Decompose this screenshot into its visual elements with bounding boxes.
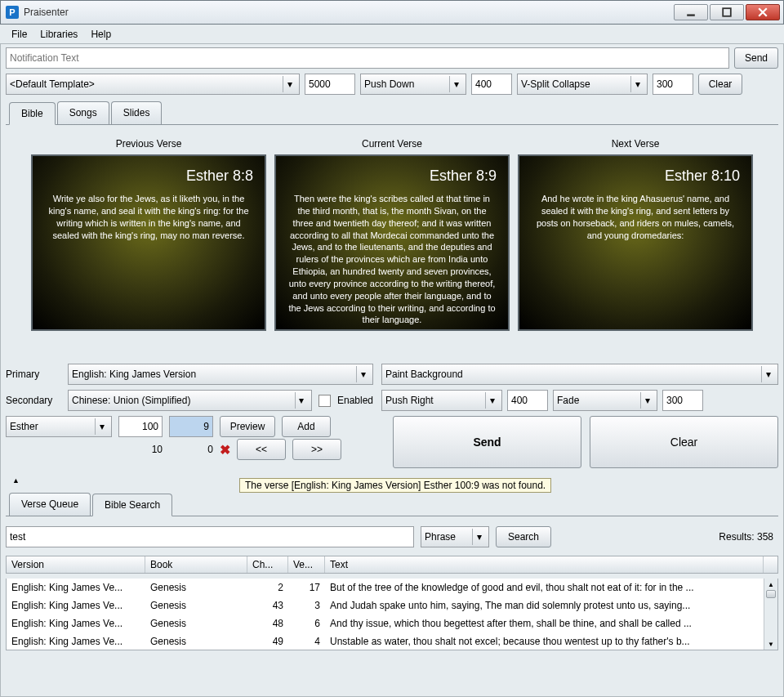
menubar: File Libraries Help bbox=[0, 25, 784, 44]
prev-verse-button[interactable]: << bbox=[237, 439, 286, 460]
tab-bible[interactable]: Bible bbox=[9, 102, 56, 125]
search-type-select[interactable]: Phrase▾ bbox=[421, 526, 489, 547]
add-button[interactable]: Add bbox=[282, 416, 331, 437]
main-tabs: Bible Songs Slides bbox=[6, 101, 778, 125]
tab-slides[interactable]: Slides bbox=[111, 101, 163, 124]
results-count: Results: 358 bbox=[719, 531, 778, 543]
slide-transition-ms[interactable] bbox=[507, 390, 548, 411]
transition-in-select[interactable]: Push Down▾ bbox=[360, 74, 466, 95]
next-slide: Esther 8:10 And he wrote in the king Aha… bbox=[518, 154, 753, 331]
tab-songs[interactable]: Songs bbox=[57, 101, 109, 124]
search-input[interactable] bbox=[6, 526, 414, 547]
chevron-down-icon: ▾ bbox=[485, 392, 498, 409]
error-icon: ✖ bbox=[220, 442, 230, 458]
scrollbar[interactable]: ▲ ▼ bbox=[764, 579, 777, 650]
results-header: Version Book Ch... Ve... Text bbox=[6, 556, 778, 574]
error-tooltip: The verse [English: King James Version] … bbox=[239, 478, 551, 493]
window-titlebar: P Praisenter bbox=[0, 0, 784, 25]
chevron-down-icon: ▾ bbox=[356, 366, 369, 382]
prev-ref: Esther 8:8 bbox=[44, 168, 253, 185]
enabled-label: Enabled bbox=[337, 395, 373, 406]
tab-bible-search[interactable]: Bible Search bbox=[92, 494, 172, 516]
app-icon: P bbox=[6, 6, 19, 19]
table-row[interactable]: English: King James Ve...Genesis217But o… bbox=[7, 579, 777, 596]
menu-file[interactable]: File bbox=[7, 27, 32, 42]
window-title: Praisenter bbox=[24, 7, 674, 18]
chapter-input[interactable] bbox=[118, 416, 163, 437]
curr-ref: Esther 8:9 bbox=[287, 168, 497, 185]
previous-slide: Esther 8:8 Write ye also for the Jews, a… bbox=[31, 154, 266, 331]
secondary-bible-select[interactable]: Chinese: Union (Simplified)▾ bbox=[68, 390, 312, 411]
current-slide: Esther 8:9 Then were the king's scribes … bbox=[274, 154, 510, 331]
close-button[interactable] bbox=[746, 4, 780, 20]
duration-input[interactable] bbox=[305, 74, 355, 95]
chevron-down-icon: ▾ bbox=[640, 392, 653, 409]
template-select[interactable]: <Default Template>▾ bbox=[6, 74, 300, 95]
notification-input[interactable] bbox=[6, 47, 729, 69]
slide-effect-ms[interactable] bbox=[662, 390, 703, 411]
maximize-button[interactable] bbox=[710, 4, 744, 20]
chevron-down-icon: ▾ bbox=[472, 529, 485, 545]
scroll-down-icon[interactable]: ▼ bbox=[764, 638, 777, 650]
chevron-down-icon: ▾ bbox=[295, 392, 308, 409]
col-book[interactable]: Book bbox=[145, 556, 247, 573]
transition-in-ms-input[interactable] bbox=[471, 74, 512, 95]
max-chapter: 10 bbox=[118, 444, 163, 455]
previous-verse-label: Previous Verse bbox=[116, 138, 182, 150]
curr-text: Then were the king's scribes called at t… bbox=[287, 193, 497, 326]
max-verse: 0 bbox=[169, 444, 213, 455]
primary-label: Primary bbox=[6, 369, 61, 380]
book-select[interactable]: Esther▾ bbox=[6, 416, 112, 437]
chevron-down-icon: ▾ bbox=[283, 76, 296, 92]
next-text: And he wrote in the king Ahasuerus' name… bbox=[531, 193, 740, 318]
results-grid[interactable]: English: King James Ve...Genesis217But o… bbox=[6, 579, 778, 650]
current-verse-label: Current Verse bbox=[362, 138, 422, 150]
menu-libraries[interactable]: Libraries bbox=[35, 27, 82, 42]
prev-text: Write ye also for the Jews, as it liketh… bbox=[44, 193, 253, 318]
secondary-label: Secondary bbox=[6, 395, 61, 406]
scroll-thumb[interactable] bbox=[766, 590, 776, 598]
send-verse-button[interactable]: Send bbox=[393, 416, 581, 468]
chevron-down-icon: ▾ bbox=[95, 418, 108, 435]
col-verse[interactable]: Ve... bbox=[288, 556, 325, 573]
slide-transition-select[interactable]: Push Right▾ bbox=[381, 390, 502, 411]
background-select[interactable]: Paint Background▾ bbox=[381, 364, 778, 385]
search-button[interactable]: Search bbox=[496, 526, 551, 547]
transition-out-select[interactable]: V-Split Collapse▾ bbox=[517, 74, 648, 95]
next-verse-label: Next Verse bbox=[612, 138, 660, 150]
col-text[interactable]: Text bbox=[325, 556, 764, 573]
col-version[interactable]: Version bbox=[7, 556, 145, 573]
table-row[interactable]: English: King James Ve...Genesis486And t… bbox=[7, 614, 777, 632]
svg-rect-1 bbox=[723, 8, 731, 16]
chevron-down-icon: ▾ bbox=[449, 76, 462, 92]
menu-help[interactable]: Help bbox=[86, 27, 116, 42]
clear-verse-button[interactable]: Clear bbox=[590, 416, 778, 468]
verse-input[interactable] bbox=[169, 416, 213, 437]
send-notification-button[interactable]: Send bbox=[734, 47, 778, 69]
chevron-down-icon: ▾ bbox=[761, 366, 774, 382]
primary-bible-select[interactable]: English: King James Version▾ bbox=[68, 364, 373, 385]
slide-effect-select[interactable]: Fade▾ bbox=[553, 390, 657, 411]
col-chapter[interactable]: Ch... bbox=[247, 556, 288, 573]
table-row[interactable]: English: King James Ve...Genesis433And J… bbox=[7, 596, 777, 614]
clear-notification-button[interactable]: Clear bbox=[698, 74, 742, 95]
minimize-button[interactable] bbox=[674, 4, 708, 20]
tab-verse-queue[interactable]: Verse Queue bbox=[9, 493, 91, 516]
transition-out-ms-input[interactable] bbox=[653, 74, 693, 95]
scroll-up-icon[interactable]: ▲ bbox=[764, 579, 777, 590]
chevron-down-icon: ▾ bbox=[630, 76, 644, 92]
table-row[interactable]: English: King James Ve...Genesis494Unsta… bbox=[7, 632, 777, 650]
secondary-enabled-checkbox[interactable] bbox=[318, 395, 331, 407]
next-ref: Esther 8:10 bbox=[531, 168, 740, 185]
next-verse-button[interactable]: >> bbox=[292, 439, 341, 460]
preview-button[interactable]: Preview bbox=[220, 416, 275, 437]
